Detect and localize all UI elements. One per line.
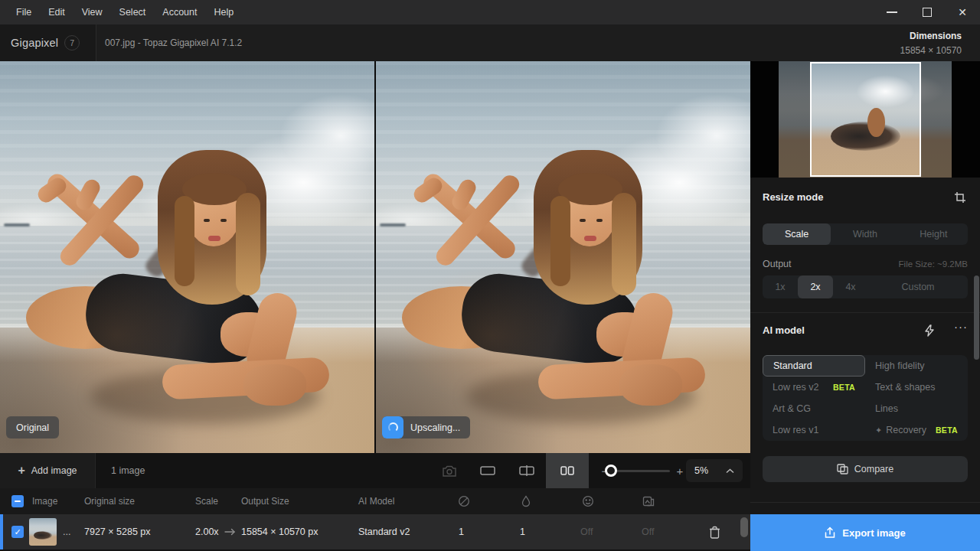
status-label: Upscaling...	[410, 422, 460, 433]
tab-height[interactable]: Height	[900, 223, 968, 245]
spinner-icon	[388, 422, 398, 432]
column-original-size: Original size	[84, 488, 135, 514]
minimize-icon	[887, 11, 897, 13]
lightning-icon	[924, 324, 935, 337]
output-label: Output	[763, 259, 792, 269]
section-divider	[750, 312, 980, 313]
scale-options: 1x 2x 4x Custom	[763, 276, 968, 298]
column-output-size: Output Size	[241, 488, 289, 514]
row-selected-indicator	[0, 514, 3, 549]
file-size-estimate: File Size: ~9.2MB	[899, 259, 968, 269]
queue-table-row[interactable]: ✓ ... 7927 × 5285 px 2.00x 15854 × 10570…	[0, 514, 750, 549]
original-preview-pane[interactable]: Original	[0, 61, 374, 453]
denoise-column-icon	[520, 495, 532, 507]
model-recovery[interactable]: ✦RecoveryBETA	[865, 419, 968, 441]
spinner-chip	[382, 416, 403, 439]
window-controls: ✕	[874, 0, 980, 24]
add-image-button[interactable]: + Add image	[0, 453, 96, 488]
view-single-button[interactable]	[472, 453, 503, 488]
model-label: Low res v2	[773, 382, 818, 393]
chevron-up-icon	[726, 468, 734, 474]
scale-1x-button[interactable]: 1x	[763, 276, 798, 298]
plus-icon: +	[18, 464, 24, 478]
row-gamma-value: Off	[642, 514, 654, 549]
model-label: Standard	[773, 360, 812, 371]
model-text-shapes[interactable]: Text & shapes	[865, 377, 968, 398]
close-button[interactable]: ✕	[945, 0, 980, 24]
menu-bar: File Edit View Select Account Help ✕	[0, 0, 980, 24]
image-count: 1 image	[111, 453, 145, 488]
beach-photo	[0, 61, 374, 453]
upscaled-preview-pane[interactable]: Upscaling...	[376, 61, 750, 453]
scale-custom-button[interactable]: Custom	[868, 276, 968, 298]
face-recovery-column-icon	[582, 495, 594, 507]
export-icon	[825, 527, 835, 539]
sharpen-column-icon	[458, 495, 470, 507]
scale-4x-button[interactable]: 4x	[833, 276, 868, 298]
export-image-button[interactable]: Export image	[750, 514, 980, 551]
auto-model-button[interactable]	[922, 323, 937, 338]
beach-photo	[376, 61, 750, 453]
version-badge: 7	[64, 35, 80, 51]
zoom-level-dropdown[interactable]: 5%	[686, 459, 743, 482]
beta-badge: BETA	[936, 425, 958, 435]
row-scale: 2.00x	[195, 514, 219, 549]
menu-help[interactable]: Help	[206, 0, 243, 24]
single-view-icon	[480, 466, 495, 475]
original-badge: Original	[6, 416, 59, 439]
model-art-cg[interactable]: Art & CG	[763, 398, 865, 419]
crop-icon	[954, 191, 966, 204]
document-title: 007.jpg - Topaz Gigapixel AI 7.1.2	[105, 24, 242, 61]
maximize-icon	[923, 8, 932, 17]
panel-scrollbar[interactable]	[974, 276, 979, 360]
row-filename-ellipsis: ...	[63, 514, 70, 549]
menu-account[interactable]: Account	[154, 0, 205, 24]
model-standard[interactable]: Standard	[763, 355, 865, 377]
app-name: Gigapixel	[11, 37, 58, 49]
resize-mode-title: Resize mode	[763, 191, 823, 203]
maximize-button[interactable]	[910, 0, 945, 24]
arrow-right-icon	[224, 514, 236, 549]
model-lines[interactable]: Lines	[865, 398, 968, 419]
bottom-toolbar: + Add image 1 image − +	[0, 453, 750, 488]
row-original-size: 7927 × 5285 px	[84, 514, 151, 549]
delete-row-button[interactable]	[709, 514, 720, 549]
menu-select[interactable]: Select	[111, 0, 155, 24]
row-checkbox[interactable]: ✓	[11, 526, 24, 538]
beta-badge: BETA	[833, 383, 855, 392]
section-divider	[750, 502, 980, 503]
title-bar: Gigapixel 7 007.jpg - Topaz Gigapixel AI…	[0, 24, 980, 61]
indeterminate-icon	[15, 500, 21, 502]
navigator-viewport[interactable]	[810, 62, 921, 177]
model-label: Low res v1	[773, 425, 818, 435]
column-image: Image	[32, 488, 57, 514]
ai-model-more-button[interactable]: ···	[954, 320, 968, 333]
crop-button[interactable]	[952, 190, 968, 205]
tab-width[interactable]: Width	[831, 223, 899, 245]
view-side-by-side-button[interactable]	[546, 453, 589, 488]
model-low-res-v2[interactable]: Low res v2BETA	[763, 377, 865, 398]
model-low-res-v1[interactable]: Low res v1	[763, 419, 865, 441]
view-split-button[interactable]	[511, 453, 542, 488]
snapshot-button[interactable]	[434, 453, 465, 488]
model-high-fidelity[interactable]: High fidelity	[865, 355, 968, 377]
close-icon: ✕	[958, 7, 967, 18]
preview-canvas: Original Upscalin	[0, 61, 750, 453]
zoom-slider-track[interactable]	[610, 470, 670, 472]
menu-view[interactable]: View	[74, 0, 111, 24]
camera-icon	[443, 465, 456, 477]
image-navigator[interactable]	[750, 61, 980, 178]
compare-label: Compare	[854, 464, 893, 474]
trash-icon	[709, 526, 720, 539]
zoom-slider-knob[interactable]	[605, 465, 617, 477]
minimize-button[interactable]	[874, 0, 910, 24]
side-by-side-view-icon	[560, 466, 574, 475]
compare-button[interactable]: Compare	[763, 456, 968, 482]
select-all-checkbox[interactable]	[11, 495, 24, 507]
menu-file[interactable]: File	[8, 0, 40, 24]
table-scrollbar[interactable]	[740, 517, 748, 537]
tab-scale[interactable]: Scale	[763, 223, 831, 245]
menu-edit[interactable]: Edit	[40, 0, 74, 24]
scale-2x-button[interactable]: 2x	[798, 276, 833, 298]
upscaling-status-badge: Upscaling...	[382, 416, 470, 439]
